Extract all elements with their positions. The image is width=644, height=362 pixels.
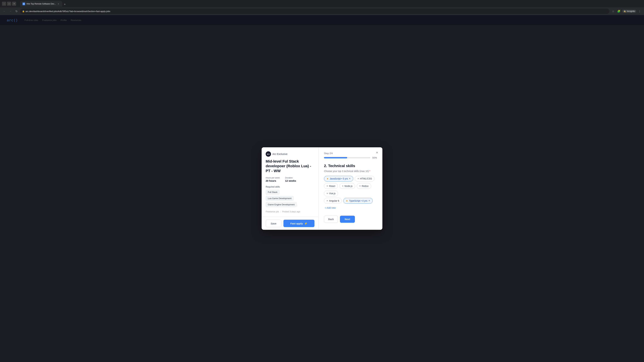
arc-exclusive-label: Arc Exclusive: [272, 152, 288, 155]
required-asterisk: *: [370, 170, 370, 172]
star-icon-typescript: ★: [346, 199, 348, 202]
plus-icon-nodejs: +: [342, 185, 344, 188]
duration-value: 12 weeks: [285, 179, 296, 182]
maximize-button[interactable]: □: [7, 2, 11, 6]
skill-tag-fullstack: Full Stack: [266, 190, 280, 195]
new-tab-button[interactable]: +: [62, 2, 67, 7]
tabs-bar: A Hire Top Remote Software Dev... ✕ +: [18, 1, 69, 7]
address-bar[interactable]: [20, 8, 610, 14]
extensions-button[interactable]: 🧩: [616, 9, 621, 13]
skill-chip-redux[interactable]: + Redux: [357, 183, 371, 189]
skill-name-htmlcss: HTML/CSS: [360, 177, 372, 180]
active-tab[interactable]: A Hire Top Remote Software Dev... ✕: [20, 1, 62, 7]
tab-favicon: A: [22, 2, 25, 5]
posted-time: Posted 3 days ago: [282, 210, 300, 213]
skills-chips-row: ★ JavaScript • 5 yrs ✕ + HTML/CSS + Reac…: [324, 176, 377, 196]
fast-apply-button[interactable]: Fast apply ⚡: [284, 220, 314, 227]
plus-icon-angular: +: [326, 199, 328, 202]
plus-icon-htmlcss: +: [358, 177, 359, 180]
incognito-badge: 🕵️ Incognito: [622, 10, 636, 13]
skill-chip-typescript[interactable]: ★ TypeScript • 4 yrs ✕: [343, 198, 373, 204]
toolbar: ← → ↻ 🔒 ☆ 🧩 🕵️ Incognito ⋮: [0, 7, 644, 15]
skills-section-label: Required skills: [266, 186, 316, 188]
modal-dialog: arc Arc Exclusive Mid-level Ful Stack de…: [262, 147, 382, 230]
skill-chip-vuejs[interactable]: + Vue.js: [324, 191, 338, 196]
tab-title: Hire Top Remote Software Dev...: [26, 3, 56, 5]
hours-value: 20 hours: [266, 179, 280, 182]
hours-label: Hours per week: [266, 177, 280, 179]
duration-meta: Duration 12 weeks: [285, 177, 296, 182]
modal-left-footer: Save Fast apply ⚡: [262, 217, 318, 230]
fast-apply-label: Fast apply: [290, 222, 303, 225]
job-footer: Freelance job / Posted 3 days ago: [266, 210, 316, 213]
modal-close-button[interactable]: ×: [374, 150, 380, 155]
hours-meta: Hours per week 20 hours: [266, 177, 280, 182]
lightning-icon: ⚡: [304, 222, 308, 225]
bookmark-button[interactable]: ☆: [611, 9, 616, 13]
section-title-text: Technical skills: [328, 164, 355, 168]
window-controls: － □ ✕: [2, 2, 16, 6]
progress-percentage: 50%: [372, 156, 377, 159]
title-bar: － □ ✕ A Hire Top Remote Software Dev... …: [0, 0, 644, 7]
back-nav-button[interactable]: ←: [2, 9, 7, 13]
remove-typescript-button[interactable]: ✕: [368, 199, 370, 202]
forward-nav-button[interactable]: →: [8, 9, 13, 13]
arc-logo: arc: [266, 151, 271, 157]
close-window-button[interactable]: ✕: [12, 2, 16, 6]
skill-chip-javascript[interactable]: ★ JavaScript • 5 yrs ✕: [324, 176, 353, 182]
star-icon-javascript: ★: [326, 177, 329, 180]
back-button[interactable]: Back: [324, 216, 338, 223]
required-skills-list: Full Stack Lua Game Development Game Eng…: [266, 190, 316, 207]
skill-chip-angular[interactable]: + Angular 6: [324, 198, 342, 204]
address-bar-wrapper: 🔒: [20, 8, 610, 14]
subtitle-text: Choose your top 3 technical skills (max …: [324, 170, 369, 172]
tab-close-button[interactable]: ✕: [57, 2, 60, 5]
toolbar-right: ☆ 🧩 🕵️ Incognito ⋮: [611, 9, 642, 13]
incognito-icon: 🕵️: [624, 10, 626, 12]
remove-javascript-button[interactable]: ✕: [349, 177, 351, 180]
add-new-skill-link[interactable]: + Add new: [324, 205, 336, 210]
plus-icon-redux: +: [359, 185, 361, 188]
action-buttons: Back Next: [324, 216, 377, 223]
progress-row: 50%: [324, 156, 377, 159]
incognito-label: Incognito: [627, 10, 635, 12]
skill-name-redux: Redux: [362, 185, 368, 187]
skill-name-angular: Angular 6: [329, 199, 339, 202]
arc-exclusive-badge: arc Arc Exclusive: [266, 151, 316, 157]
progress-bar-fill: [324, 157, 347, 158]
progress-bar-track: [324, 157, 370, 158]
menu-button[interactable]: ⋮: [637, 9, 642, 13]
save-button[interactable]: Save: [266, 220, 282, 227]
section-title: 2. Technical skills: [324, 164, 377, 168]
skills-chips-row-2: + Angular 6 ★ TypeScript • 4 yrs ✕ + Add…: [324, 198, 377, 210]
plus-icon-react: +: [326, 185, 328, 188]
job-title: Mid-level Ful Stack developoer (Roblox L…: [266, 159, 316, 173]
skill-chip-nodejs[interactable]: + Node.js: [340, 183, 355, 189]
job-type: Freelance job: [266, 210, 279, 213]
job-meta-row: Hours per week 20 hours Duration 12 week…: [266, 177, 316, 182]
reload-button[interactable]: ↻: [14, 9, 19, 13]
modal-right-panel: × Step 2/4 50% 2. Technical skills Choos…: [319, 147, 382, 230]
skill-chip-react[interactable]: + React: [324, 183, 338, 189]
modal-overlay: arc Arc Exclusive Mid-level Ful Stack de…: [0, 15, 644, 362]
section-subtitle: Choose your top 3 technical skills (max …: [324, 170, 377, 172]
skill-name-nodejs: Node.js: [344, 185, 352, 187]
modal-left-content: arc Arc Exclusive Mid-level Ful Stack de…: [262, 147, 318, 217]
skill-name-react: React: [329, 185, 335, 187]
modal-left-panel: arc Arc Exclusive Mid-level Ful Stack de…: [262, 147, 319, 230]
browser-chrome: － □ ✕ A Hire Top Remote Software Dev... …: [0, 0, 644, 15]
skill-name-javascript: JavaScript • 5 yrs: [330, 177, 348, 180]
lock-icon: 🔒: [22, 10, 25, 12]
footer-separator: /: [280, 210, 281, 213]
minimize-button[interactable]: －: [2, 2, 6, 6]
skill-tag-engine: Game Engine Development: [266, 202, 297, 207]
page-background: arc() Full-time roles Freelance jobs Pro…: [0, 15, 644, 362]
plus-icon-vuejs: +: [326, 192, 328, 195]
section-number: 2.: [324, 164, 327, 168]
step-label: Step 2/4: [324, 152, 377, 155]
skill-name-vuejs: Vue.js: [329, 192, 336, 195]
skill-chip-htmlcss[interactable]: + HTML/CSS: [355, 176, 374, 182]
skill-tag-lua: Lua Game Development: [266, 196, 294, 201]
skill-name-typescript: TypeScript • 4 yrs: [349, 199, 367, 202]
next-button[interactable]: Next: [340, 216, 355, 223]
